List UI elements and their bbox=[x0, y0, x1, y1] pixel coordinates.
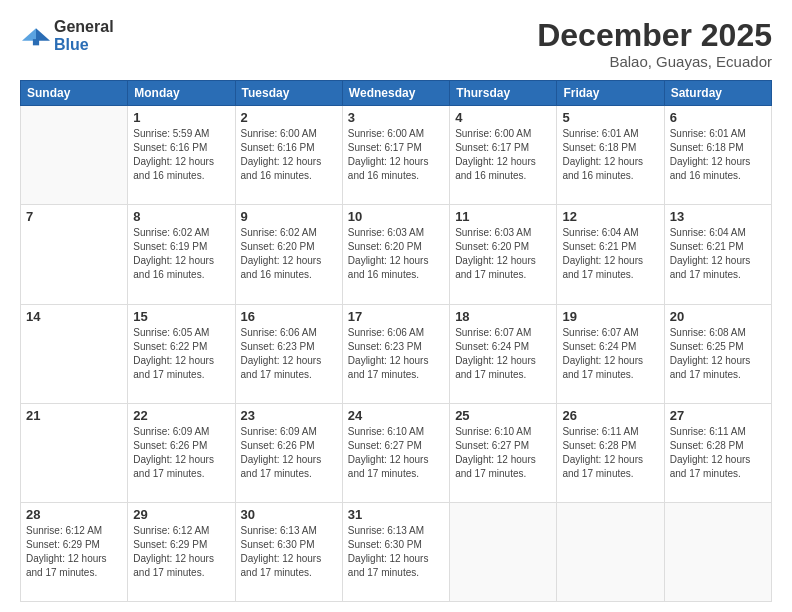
calendar-cell: 19Sunrise: 6:07 AM Sunset: 6:24 PM Dayli… bbox=[557, 304, 664, 403]
calendar-cell: 10Sunrise: 6:03 AM Sunset: 6:20 PM Dayli… bbox=[342, 205, 449, 304]
calendar-cell: 12Sunrise: 6:04 AM Sunset: 6:21 PM Dayli… bbox=[557, 205, 664, 304]
calendar-table: Sunday Monday Tuesday Wednesday Thursday… bbox=[20, 80, 772, 602]
day-info: Sunrise: 6:09 AM Sunset: 6:26 PM Dayligh… bbox=[241, 425, 337, 481]
calendar-cell: 9Sunrise: 6:02 AM Sunset: 6:20 PM Daylig… bbox=[235, 205, 342, 304]
calendar-cell: 22Sunrise: 6:09 AM Sunset: 6:26 PM Dayli… bbox=[128, 403, 235, 502]
page: General Blue December 2025 Balao, Guayas… bbox=[0, 0, 792, 612]
calendar-cell: 2Sunrise: 6:00 AM Sunset: 6:16 PM Daylig… bbox=[235, 106, 342, 205]
day-number: 30 bbox=[241, 507, 337, 522]
day-number: 20 bbox=[670, 309, 766, 324]
calendar-cell: 5Sunrise: 6:01 AM Sunset: 6:18 PM Daylig… bbox=[557, 106, 664, 205]
day-number: 25 bbox=[455, 408, 551, 423]
logo-icon bbox=[22, 25, 50, 47]
day-number: 17 bbox=[348, 309, 444, 324]
col-wednesday: Wednesday bbox=[342, 81, 449, 106]
col-friday: Friday bbox=[557, 81, 664, 106]
calendar-cell: 20Sunrise: 6:08 AM Sunset: 6:25 PM Dayli… bbox=[664, 304, 771, 403]
day-info: Sunrise: 6:04 AM Sunset: 6:21 PM Dayligh… bbox=[670, 226, 766, 282]
calendar-cell: 28Sunrise: 6:12 AM Sunset: 6:29 PM Dayli… bbox=[21, 502, 128, 601]
day-number: 1 bbox=[133, 110, 229, 125]
calendar-cell: 17Sunrise: 6:06 AM Sunset: 6:23 PM Dayli… bbox=[342, 304, 449, 403]
calendar-body: 1Sunrise: 5:59 AM Sunset: 6:16 PM Daylig… bbox=[21, 106, 772, 602]
day-info: Sunrise: 6:00 AM Sunset: 6:17 PM Dayligh… bbox=[455, 127, 551, 183]
day-number: 24 bbox=[348, 408, 444, 423]
day-info: Sunrise: 6:11 AM Sunset: 6:28 PM Dayligh… bbox=[562, 425, 658, 481]
day-info: Sunrise: 6:00 AM Sunset: 6:17 PM Dayligh… bbox=[348, 127, 444, 183]
month-title: December 2025 bbox=[537, 18, 772, 53]
calendar-cell: 3Sunrise: 6:00 AM Sunset: 6:17 PM Daylig… bbox=[342, 106, 449, 205]
day-info: Sunrise: 6:07 AM Sunset: 6:24 PM Dayligh… bbox=[455, 326, 551, 382]
day-number: 31 bbox=[348, 507, 444, 522]
col-tuesday: Tuesday bbox=[235, 81, 342, 106]
day-info: Sunrise: 6:01 AM Sunset: 6:18 PM Dayligh… bbox=[562, 127, 658, 183]
day-info: Sunrise: 6:04 AM Sunset: 6:21 PM Dayligh… bbox=[562, 226, 658, 282]
calendar-header-row: Sunday Monday Tuesday Wednesday Thursday… bbox=[21, 81, 772, 106]
calendar-week-row: 1415Sunrise: 6:05 AM Sunset: 6:22 PM Day… bbox=[21, 304, 772, 403]
day-info: Sunrise: 6:03 AM Sunset: 6:20 PM Dayligh… bbox=[348, 226, 444, 282]
calendar-week-row: 1Sunrise: 5:59 AM Sunset: 6:16 PM Daylig… bbox=[21, 106, 772, 205]
calendar-cell: 29Sunrise: 6:12 AM Sunset: 6:29 PM Dayli… bbox=[128, 502, 235, 601]
day-number: 2 bbox=[241, 110, 337, 125]
calendar-cell: 31Sunrise: 6:13 AM Sunset: 6:30 PM Dayli… bbox=[342, 502, 449, 601]
day-number: 9 bbox=[241, 209, 337, 224]
calendar-cell: 21 bbox=[21, 403, 128, 502]
calendar-cell bbox=[450, 502, 557, 601]
day-info: Sunrise: 6:03 AM Sunset: 6:20 PM Dayligh… bbox=[455, 226, 551, 282]
day-info: Sunrise: 6:10 AM Sunset: 6:27 PM Dayligh… bbox=[455, 425, 551, 481]
day-number: 10 bbox=[348, 209, 444, 224]
day-info: Sunrise: 5:59 AM Sunset: 6:16 PM Dayligh… bbox=[133, 127, 229, 183]
day-number: 4 bbox=[455, 110, 551, 125]
calendar-cell: 13Sunrise: 6:04 AM Sunset: 6:21 PM Dayli… bbox=[664, 205, 771, 304]
calendar-week-row: 78Sunrise: 6:02 AM Sunset: 6:19 PM Dayli… bbox=[21, 205, 772, 304]
calendar-cell: 11Sunrise: 6:03 AM Sunset: 6:20 PM Dayli… bbox=[450, 205, 557, 304]
logo: General Blue bbox=[20, 18, 114, 53]
day-number: 7 bbox=[26, 209, 122, 224]
day-number: 8 bbox=[133, 209, 229, 224]
day-info: Sunrise: 6:06 AM Sunset: 6:23 PM Dayligh… bbox=[348, 326, 444, 382]
day-number: 28 bbox=[26, 507, 122, 522]
calendar-cell: 25Sunrise: 6:10 AM Sunset: 6:27 PM Dayli… bbox=[450, 403, 557, 502]
day-number: 27 bbox=[670, 408, 766, 423]
day-info: Sunrise: 6:10 AM Sunset: 6:27 PM Dayligh… bbox=[348, 425, 444, 481]
day-number: 29 bbox=[133, 507, 229, 522]
calendar-week-row: 2122Sunrise: 6:09 AM Sunset: 6:26 PM Day… bbox=[21, 403, 772, 502]
col-saturday: Saturday bbox=[664, 81, 771, 106]
calendar-cell: 7 bbox=[21, 205, 128, 304]
svg-rect-3 bbox=[33, 39, 39, 45]
day-number: 16 bbox=[241, 309, 337, 324]
day-info: Sunrise: 6:06 AM Sunset: 6:23 PM Dayligh… bbox=[241, 326, 337, 382]
day-number: 5 bbox=[562, 110, 658, 125]
day-info: Sunrise: 6:02 AM Sunset: 6:19 PM Dayligh… bbox=[133, 226, 229, 282]
calendar-cell: 26Sunrise: 6:11 AM Sunset: 6:28 PM Dayli… bbox=[557, 403, 664, 502]
calendar-cell: 30Sunrise: 6:13 AM Sunset: 6:30 PM Dayli… bbox=[235, 502, 342, 601]
calendar-cell: 27Sunrise: 6:11 AM Sunset: 6:28 PM Dayli… bbox=[664, 403, 771, 502]
day-number: 26 bbox=[562, 408, 658, 423]
day-number: 6 bbox=[670, 110, 766, 125]
day-info: Sunrise: 6:02 AM Sunset: 6:20 PM Dayligh… bbox=[241, 226, 337, 282]
day-info: Sunrise: 6:12 AM Sunset: 6:29 PM Dayligh… bbox=[26, 524, 122, 580]
day-number: 11 bbox=[455, 209, 551, 224]
header: General Blue December 2025 Balao, Guayas… bbox=[20, 18, 772, 70]
day-info: Sunrise: 6:11 AM Sunset: 6:28 PM Dayligh… bbox=[670, 425, 766, 481]
col-sunday: Sunday bbox=[21, 81, 128, 106]
day-info: Sunrise: 6:13 AM Sunset: 6:30 PM Dayligh… bbox=[241, 524, 337, 580]
day-number: 14 bbox=[26, 309, 122, 324]
logo-blue-text: Blue bbox=[54, 36, 114, 54]
calendar-cell: 4Sunrise: 6:00 AM Sunset: 6:17 PM Daylig… bbox=[450, 106, 557, 205]
calendar-cell: 24Sunrise: 6:10 AM Sunset: 6:27 PM Dayli… bbox=[342, 403, 449, 502]
day-info: Sunrise: 6:01 AM Sunset: 6:18 PM Dayligh… bbox=[670, 127, 766, 183]
col-thursday: Thursday bbox=[450, 81, 557, 106]
calendar-cell: 16Sunrise: 6:06 AM Sunset: 6:23 PM Dayli… bbox=[235, 304, 342, 403]
day-number: 12 bbox=[562, 209, 658, 224]
day-info: Sunrise: 6:05 AM Sunset: 6:22 PM Dayligh… bbox=[133, 326, 229, 382]
day-number: 21 bbox=[26, 408, 122, 423]
calendar-cell: 1Sunrise: 5:59 AM Sunset: 6:16 PM Daylig… bbox=[128, 106, 235, 205]
calendar-cell: 14 bbox=[21, 304, 128, 403]
title-section: December 2025 Balao, Guayas, Ecuador bbox=[537, 18, 772, 70]
calendar-cell: 23Sunrise: 6:09 AM Sunset: 6:26 PM Dayli… bbox=[235, 403, 342, 502]
day-info: Sunrise: 6:07 AM Sunset: 6:24 PM Dayligh… bbox=[562, 326, 658, 382]
location: Balao, Guayas, Ecuador bbox=[537, 53, 772, 70]
logo-text: General Blue bbox=[54, 18, 114, 53]
day-info: Sunrise: 6:00 AM Sunset: 6:16 PM Dayligh… bbox=[241, 127, 337, 183]
day-info: Sunrise: 6:09 AM Sunset: 6:26 PM Dayligh… bbox=[133, 425, 229, 481]
